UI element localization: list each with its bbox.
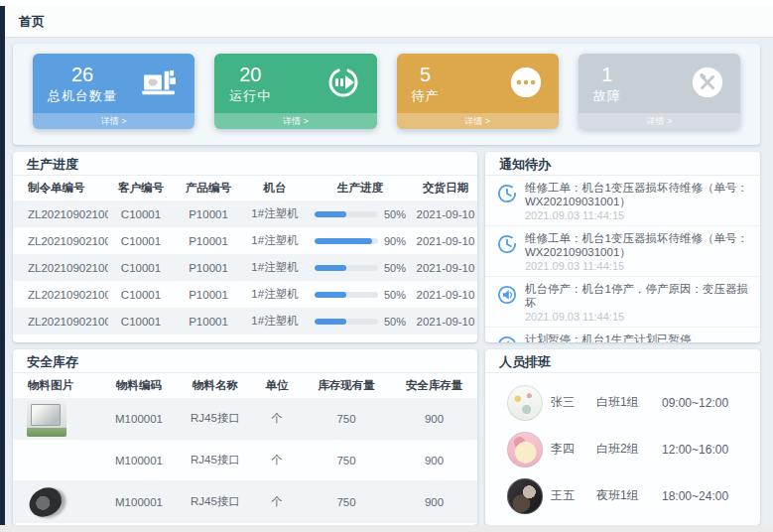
progress-percent: 50% bbox=[384, 262, 406, 274]
tab-bar: 首页 bbox=[5, 6, 773, 38]
customer-no: C10001 bbox=[108, 289, 174, 301]
customer-no: C10001 bbox=[108, 208, 174, 220]
stat-card[interactable]: 5 待产 详情 > bbox=[397, 54, 559, 129]
shift-group: 白班1组 bbox=[596, 394, 662, 411]
avatar bbox=[507, 385, 543, 421]
detail-link[interactable]: 详情 > bbox=[397, 113, 559, 129]
notice-text: 维修工单：机台1变压器损坏待维修（单号：WX202109031001） bbox=[525, 181, 748, 208]
panel-title: 人员排班 bbox=[485, 349, 760, 373]
progress-cell: 50% bbox=[307, 262, 414, 274]
due-date: 2021-09-10 bbox=[414, 262, 477, 274]
clock-icon bbox=[497, 190, 517, 206]
due-date: 2021-09-10 bbox=[414, 208, 477, 220]
table-header: 制令单编号 客户编号 产品编号 机台 生产进度 交货日期 bbox=[13, 176, 477, 200]
column-header: 制令单编号 bbox=[13, 181, 108, 196]
material-code: M100001 bbox=[100, 455, 178, 466]
progress-bar bbox=[315, 238, 378, 244]
progress-fill bbox=[315, 211, 346, 217]
product-no: P10001 bbox=[174, 208, 243, 220]
column-header: 交货日期 bbox=[414, 181, 477, 196]
detail-link[interactable]: 详情 > bbox=[214, 113, 376, 129]
progress-bar bbox=[315, 292, 378, 298]
panel-title: 通知待办 bbox=[485, 152, 760, 176]
notice-item[interactable]: 计划暂停：机台1生产计划已暂停 2021.09.03 11:44:15 bbox=[485, 328, 760, 342]
sidebar-edge-strip bbox=[0, 6, 5, 525]
stat-body: 26 总机台数量 bbox=[48, 64, 117, 105]
notice-item[interactable]: 维修工单：机台1变压器损坏待维修（单号：WX202109031001） 2021… bbox=[485, 226, 760, 277]
material-image bbox=[27, 401, 66, 437]
machine-name: 1#注塑机 bbox=[243, 233, 307, 248]
due-date: 2021-09-10 bbox=[414, 316, 477, 328]
stat-label: 故障 bbox=[593, 87, 621, 105]
material-image-cell bbox=[13, 484, 100, 520]
column-header: 物料编码 bbox=[100, 378, 178, 393]
order-no: ZL202109021001 bbox=[13, 316, 108, 328]
material-code: M100001 bbox=[100, 413, 178, 425]
notices-panel: 通知待办 维修工单：机台1变压器损坏待维修（单号：WX20210903 bbox=[485, 152, 760, 342]
column-header: 物料名称 bbox=[178, 378, 253, 393]
progress-cell: 50% bbox=[307, 289, 414, 301]
material-name: RJ45接口 bbox=[178, 453, 253, 467]
order-no: ZL202109021001 bbox=[13, 208, 108, 220]
stock-on-hand: 750 bbox=[301, 455, 392, 466]
progress-percent: 90% bbox=[384, 235, 406, 247]
progress-cell: 50% bbox=[307, 316, 414, 328]
detail-link[interactable]: 详情 > bbox=[579, 113, 740, 129]
stat-value: 5 bbox=[412, 64, 440, 86]
shift-time: 09:00~12:00 bbox=[662, 396, 728, 410]
progress-fill bbox=[315, 238, 372, 244]
progress-cell: 90% bbox=[307, 235, 414, 247]
table-row: ZL202109021001 C10001 P10001 1#注塑机 50% 2… bbox=[13, 308, 477, 334]
speaker-icon bbox=[497, 291, 517, 308]
running-icon bbox=[325, 65, 361, 104]
safety-stock-panel: 安全库存 物料图片 物料编码 物料名称 单位 库存现有量 安全库存量 M1000… bbox=[13, 349, 477, 525]
machine-name: 1#注塑机 bbox=[243, 206, 307, 221]
order-no: ZL202109021001 bbox=[13, 262, 108, 274]
table-row: M100001 RJ45接口 个 750 900 bbox=[13, 481, 477, 523]
stat-card[interactable]: 1 故障 bbox=[579, 54, 740, 129]
material-image-cell bbox=[13, 401, 100, 437]
stock-on-hand: 750 bbox=[301, 413, 392, 425]
due-date: 2021-09-10 bbox=[414, 235, 477, 247]
column-header: 产品编号 bbox=[174, 181, 243, 196]
customer-no: C10001 bbox=[108, 235, 174, 247]
detail-link[interactable]: 详情 > bbox=[33, 113, 194, 129]
notice-text: 计划暂停：机台1生产计划已暂停 bbox=[525, 332, 691, 342]
notice-text: 维修工单：机台1变压器损坏待维修（单号：WX202109031001） bbox=[525, 231, 748, 259]
panel-title: 生产进度 bbox=[13, 152, 477, 176]
shift-time: 12:00~16:00 bbox=[662, 443, 728, 457]
machine-name: 1#注塑机 bbox=[243, 287, 307, 302]
stock-on-hand: 750 bbox=[301, 496, 392, 508]
due-date: 2021-09-10 bbox=[414, 289, 477, 301]
table-row: M100001 RJ45接口 个 750 900 bbox=[13, 440, 477, 481]
material-unit: 个 bbox=[253, 453, 301, 467]
tab-home[interactable]: 首页 bbox=[19, 6, 45, 37]
production-table-body: ZL202109021001 C10001 P10001 1#注塑机 50% 2… bbox=[13, 200, 477, 334]
progress-fill bbox=[315, 292, 346, 298]
table-row: ZL202109021001 C10001 P10001 1#注塑机 50% 2… bbox=[13, 200, 477, 227]
material-unit: 个 bbox=[253, 411, 301, 426]
shift-group: 夜班1组 bbox=[596, 487, 662, 504]
machine-name: 1#注塑机 bbox=[243, 260, 307, 275]
personnel-shifts-panel: 人员排班 张三 白班1组 09:00~12:00 李四 白班2组 12:00~1… bbox=[485, 349, 760, 525]
bottom-edge-strip bbox=[0, 525, 773, 532]
stat-label: 运行中 bbox=[229, 87, 271, 105]
product-no: P10001 bbox=[174, 235, 243, 247]
notice-timestamp: 2021.09.03 11:44:15 bbox=[525, 209, 748, 222]
stat-value: 26 bbox=[48, 64, 117, 86]
material-image bbox=[27, 442, 64, 478]
panel-title: 安全库存 bbox=[13, 349, 477, 373]
order-no: ZL202109021001 bbox=[13, 235, 108, 247]
inventory-table-body: M100001 RJ45接口 个 750 900 M100001 RJ45接口 … bbox=[13, 398, 477, 523]
notice-item[interactable]: 维修工单：机台1变压器损坏待维修（单号：WX202109031001） 2021… bbox=[485, 176, 760, 226]
notice-item[interactable]: 机台停产：机台1停产，停产原因：变压器损坏 2021.09.03 11:44:1… bbox=[485, 277, 760, 328]
progress-fill bbox=[315, 319, 346, 325]
column-header: 机台 bbox=[243, 181, 307, 196]
column-header: 单位 bbox=[253, 378, 301, 393]
progress-cell: 50% bbox=[307, 208, 414, 220]
stat-card[interactable]: 20 运行中 详情 > bbox=[214, 54, 376, 129]
stat-label: 待产 bbox=[412, 87, 440, 105]
stat-body: 1 故障 bbox=[593, 64, 621, 105]
safety-stock: 900 bbox=[392, 496, 476, 508]
stat-card[interactable]: 26 总机台数量 bbox=[33, 54, 194, 129]
